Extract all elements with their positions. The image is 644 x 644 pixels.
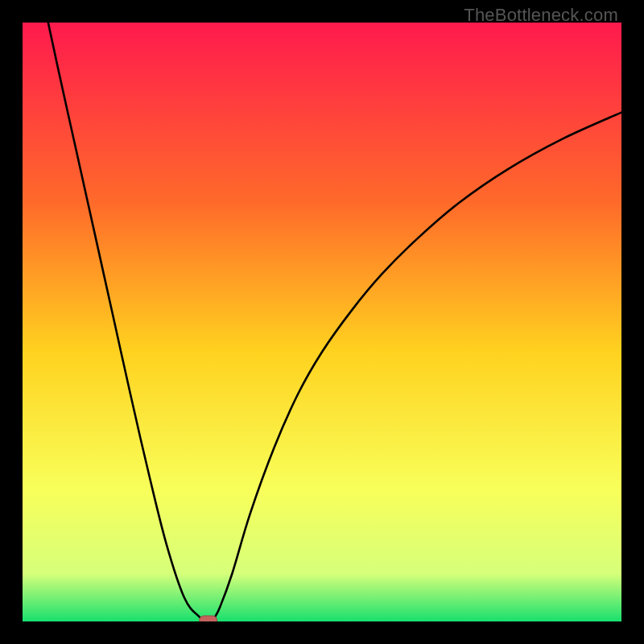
- chart-frame: [23, 23, 621, 621]
- watermark-text: TheBottleneck.com: [464, 5, 618, 26]
- optimal-marker: [200, 616, 217, 621]
- bottleneck-chart: [23, 23, 621, 621]
- gradient-background: [23, 23, 621, 621]
